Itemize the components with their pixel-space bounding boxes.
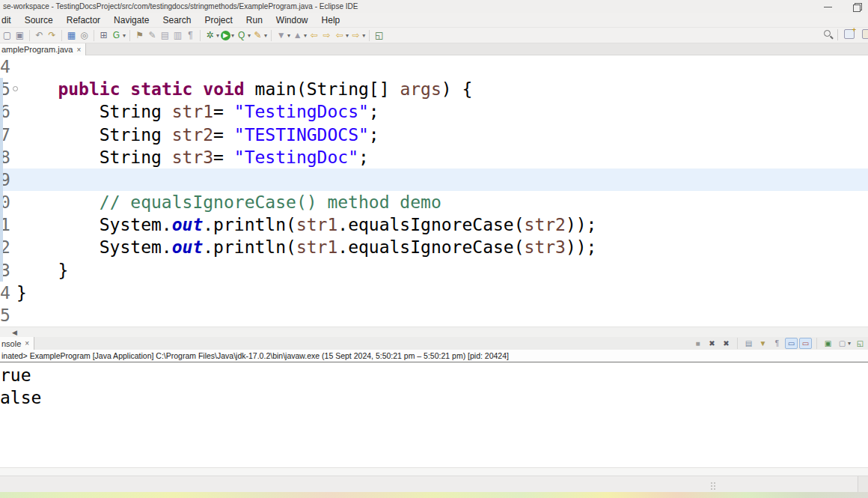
debug-glyph: ✲ xyxy=(204,29,216,41)
toolbar-separator xyxy=(816,338,817,349)
doc-a-icon[interactable]: ▤ xyxy=(159,28,171,42)
run-icon[interactable]: ▶▾ xyxy=(220,28,235,42)
pilcrow-icon[interactable]: ¶ xyxy=(184,28,197,42)
editor-hscrollbar[interactable]: ◀ xyxy=(0,327,868,337)
menu-window[interactable]: Window xyxy=(269,13,315,27)
chevron-down-icon[interactable]: ▾ xyxy=(304,32,307,39)
open-console-glyph: ◱ xyxy=(855,338,865,348)
pencil-glyph: ✎ xyxy=(147,29,158,41)
remove-launch-icon[interactable]: ✖ xyxy=(706,338,718,349)
doc-b-glyph: ▥ xyxy=(172,29,183,41)
code-line[interactable]: 8 String str3= "TestingDoc"; xyxy=(0,146,868,168)
code-line[interactable]: 4} xyxy=(0,282,868,304)
last-edit-location-icon[interactable]: ⇦ xyxy=(308,28,320,42)
menu-refactor[interactable]: Refactor xyxy=(60,13,107,27)
code-line[interactable]: 2 System.out.println(str1.equalsIgnoreCa… xyxy=(0,236,868,258)
chevron-down-icon[interactable]: ▾ xyxy=(248,32,251,39)
doc-b-icon[interactable]: ▥ xyxy=(171,28,184,42)
pin-console-icon[interactable]: ▣ xyxy=(822,338,834,349)
back-history-icon[interactable]: ⇦▾ xyxy=(333,28,349,42)
open-console-icon[interactable]: ◱ xyxy=(854,338,867,349)
code-text: String str3= "TestingDoc"; xyxy=(16,146,369,168)
code-text: System.out.println(str1.equalsIgnoreCase… xyxy=(16,213,596,236)
search-icon[interactable] xyxy=(824,30,831,37)
menu-help[interactable]: Help xyxy=(315,13,347,27)
show-stdout-change-glyph: ▭ xyxy=(786,338,796,348)
console-output[interactable]: ruealse xyxy=(0,364,868,466)
external-tools-icon[interactable]: ✎▾ xyxy=(251,28,268,42)
mark-occurrences-glyph: ◎ xyxy=(79,29,90,41)
clear-console-icon[interactable]: ▤ xyxy=(742,338,755,349)
new-wizard-icon[interactable]: ▢ xyxy=(1,28,13,42)
open-perspective-icon[interactable] xyxy=(844,29,855,39)
tab-exampleprogram[interactable]: ampleProgram.java × xyxy=(0,43,86,55)
code-line[interactable]: 9 xyxy=(0,168,868,191)
editor-tab-label: ampleProgram.java xyxy=(1,45,73,54)
eclipse-window: se-workspace - TestingDocsProject/src/co… xyxy=(0,0,868,498)
display-selected-console-icon[interactable]: ▢▾ xyxy=(836,338,852,349)
next-edit-location-icon[interactable]: ⇨ xyxy=(320,28,333,42)
main-toolbar: ▢▣↶↷▦◎⊞G▾⚑✎▤▥¶✲▾▶▾Q▾✎▾▼▾▲▾⇦⇨⇦▾⇨▾◱ xyxy=(0,27,868,43)
menu-search[interactable]: Search xyxy=(156,13,198,27)
sash-drag-handle[interactable] xyxy=(711,482,717,489)
terminate-icon[interactable]: ■ xyxy=(691,338,704,349)
save-all-icon[interactable]: ▣ xyxy=(13,28,26,42)
remove-all-terminated-icon[interactable]: ✖ xyxy=(720,338,733,349)
show-stderr-change-icon[interactable]: ▭ xyxy=(799,338,812,349)
word-wrap-icon[interactable]: ¶ xyxy=(771,338,783,349)
code-line[interactable]: 0 // equalsIgnoreCase() method demo xyxy=(0,191,868,213)
menu-run[interactable]: Run xyxy=(239,13,269,27)
chevron-down-icon[interactable]: ▾ xyxy=(123,32,126,39)
undo-icon[interactable]: ↶ xyxy=(33,28,46,42)
tab-console[interactable]: nsole × xyxy=(0,337,34,350)
redo-icon[interactable]: ↷ xyxy=(46,28,58,42)
remove-launch-glyph: ✖ xyxy=(707,338,717,348)
g-plugin-icon[interactable]: G▾ xyxy=(110,28,126,42)
chevron-down-icon[interactable]: ▾ xyxy=(264,32,267,39)
java-perspective-icon[interactable] xyxy=(862,29,868,39)
key-icon[interactable]: ⚑ xyxy=(133,28,146,42)
chevron-down-icon[interactable]: ▾ xyxy=(346,32,349,39)
code-line[interactable]: 4 xyxy=(0,55,868,78)
chevron-down-icon[interactable]: ▾ xyxy=(287,32,290,39)
forward-history-icon[interactable]: ⇨▾ xyxy=(349,28,366,42)
prev-annotation-icon[interactable]: ▲▾ xyxy=(291,28,308,42)
code-line[interactable]: 5 public static void main(String[] args)… xyxy=(0,78,868,100)
menu-navigate[interactable]: Navigate xyxy=(107,13,156,27)
code-line[interactable]: 6 String str1= "TestingDocs"; xyxy=(0,100,868,123)
code-line[interactable]: 3 } xyxy=(0,259,868,282)
menu-source[interactable]: Source xyxy=(18,13,60,27)
chevron-down-icon[interactable]: ▾ xyxy=(362,32,365,39)
mark-occurrences-icon[interactable]: ◎ xyxy=(78,28,91,42)
status-bar-divider xyxy=(858,476,858,493)
chevron-down-icon[interactable]: ▾ xyxy=(216,32,219,39)
show-stdout-change-icon[interactable]: ▭ xyxy=(785,338,798,349)
code-line[interactable]: 1 System.out.println(str1.equalsIgnoreCa… xyxy=(0,213,868,236)
minimize-button[interactable] xyxy=(817,0,840,13)
restore-button[interactable] xyxy=(846,0,868,13)
coverage-icon[interactable]: Q▾ xyxy=(235,28,251,42)
close-icon[interactable]: × xyxy=(76,46,81,54)
code-line[interactable]: 7 String str2= "TESTINGDOCS"; xyxy=(0,124,868,146)
debug-icon[interactable]: ✲▾ xyxy=(204,28,220,42)
close-icon[interactable]: × xyxy=(25,339,29,347)
next-annotation-icon[interactable]: ▼▾ xyxy=(275,28,291,42)
code-line[interactable]: 5 xyxy=(0,304,868,327)
open-new-window-icon[interactable]: ◱ xyxy=(373,28,385,42)
menu-project[interactable]: Project xyxy=(198,13,239,27)
menu-dit[interactable]: dit xyxy=(0,13,18,27)
code-text: // equalsIgnoreCase() method demo xyxy=(16,191,441,213)
code-text: String str1= "TestingDocs"; xyxy=(16,100,379,123)
code-editor[interactable]: 45 public static void main(String[] args… xyxy=(0,55,868,327)
code-text: } xyxy=(16,282,27,304)
open-terminal-icon[interactable]: ▦ xyxy=(65,28,78,42)
new-java-class-icon[interactable]: ⊞ xyxy=(97,28,110,42)
code-rows: 45 public static void main(String[] args… xyxy=(0,55,868,327)
chevron-down-icon[interactable]: ▾ xyxy=(231,32,234,39)
scroll-lock-icon[interactable]: ▼ xyxy=(757,338,769,349)
scroll-left-icon[interactable]: ◀ xyxy=(12,328,17,337)
redo-glyph: ↷ xyxy=(46,29,58,41)
status-bar-right-segment xyxy=(858,476,868,493)
chevron-down-icon[interactable]: ▾ xyxy=(848,340,851,347)
pencil-icon[interactable]: ✎ xyxy=(146,28,159,42)
